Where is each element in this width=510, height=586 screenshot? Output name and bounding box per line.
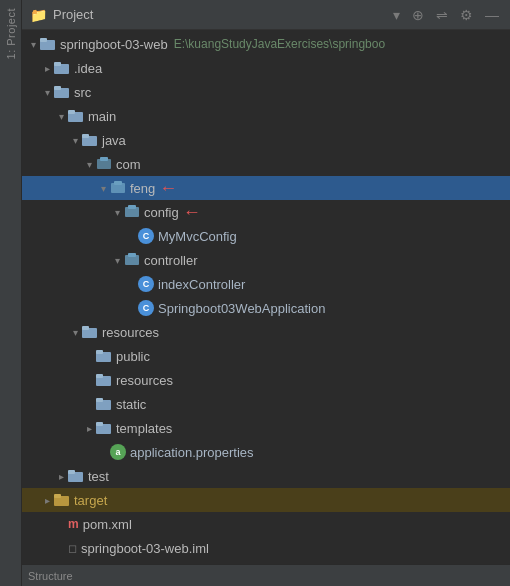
tree-item-application-properties[interactable]: a application.properties xyxy=(22,440,510,464)
tree-item-indexcontroller[interactable]: C indexController xyxy=(22,272,510,296)
folder-icon-idea xyxy=(54,61,70,75)
controller-label: controller xyxy=(144,253,197,268)
globe-icon[interactable]: ⊕ xyxy=(409,5,427,25)
tree-item-com[interactable]: com xyxy=(22,152,510,176)
tree-item-src[interactable]: src xyxy=(22,80,510,104)
svg-rect-17 xyxy=(128,253,136,257)
tree-item-pom[interactable]: m pom.xml xyxy=(22,512,510,536)
tree-item-app[interactable]: C Springboot03WebApplication xyxy=(22,296,510,320)
tree-item-config[interactable]: config ← xyxy=(22,200,510,224)
resources-dir-label: resources xyxy=(102,325,159,340)
svg-rect-5 xyxy=(54,86,61,90)
class-icon-mymvcconfig: C xyxy=(138,228,154,244)
bottom-strip: Structure xyxy=(22,564,510,586)
templates-label: templates xyxy=(116,421,172,436)
tree-item-root[interactable]: springboot-03-web E:\kuangStudyJavaExerc… xyxy=(22,32,510,56)
arrow-java xyxy=(68,133,82,147)
com-label: com xyxy=(116,157,141,172)
svg-rect-25 xyxy=(96,398,103,402)
arrow-iml xyxy=(54,541,68,555)
maven-icon-pom: m xyxy=(68,517,79,531)
main-panel: 📁 Project ▾ ⊕ ⇌ ⚙ — springboot-03-web E:… xyxy=(22,0,510,586)
arrow-idea xyxy=(40,61,54,75)
tree-item-iml[interactable]: ◻ springboot-03-web.iml xyxy=(22,536,510,560)
props-icon: a xyxy=(110,444,126,460)
gear-icon[interactable]: ⚙ xyxy=(457,5,476,25)
svg-rect-23 xyxy=(96,374,103,378)
tree-item-java[interactable]: java xyxy=(22,128,510,152)
arrow-static xyxy=(82,397,96,411)
pom-label: pom.xml xyxy=(83,517,132,532)
main-label: main xyxy=(88,109,116,124)
arrow-target xyxy=(40,493,54,507)
tree-item-mymvcconfig[interactable]: C MyMvcConfig xyxy=(22,224,510,248)
resources-inner-label: resources xyxy=(116,373,173,388)
application-properties-label: application.properties xyxy=(130,445,254,460)
idea-label: .idea xyxy=(74,61,102,76)
arrow-main xyxy=(54,109,68,123)
arrow-indexcontroller xyxy=(124,277,138,291)
tree-item-static[interactable]: static xyxy=(22,392,510,416)
project-tree[interactable]: springboot-03-web E:\kuangStudyJavaExerc… xyxy=(22,30,510,564)
svg-rect-27 xyxy=(96,422,103,426)
folder-icon-resources-dir xyxy=(82,325,98,339)
split-icon[interactable]: ⇌ xyxy=(433,5,451,25)
target-label: target xyxy=(74,493,107,508)
tree-item-main[interactable]: main xyxy=(22,104,510,128)
package-icon-controller xyxy=(124,253,140,267)
arrow-resources-inner xyxy=(82,373,96,387)
tree-item-feng[interactable]: feng ← xyxy=(22,176,510,200)
arrow-public xyxy=(82,349,96,363)
class-icon-indexcontroller: C xyxy=(138,276,154,292)
iml-label: springboot-03-web.iml xyxy=(81,541,209,556)
svg-rect-3 xyxy=(54,62,61,66)
svg-rect-9 xyxy=(82,134,89,138)
arrow-mymvcconfig xyxy=(124,229,138,243)
arrow-app xyxy=(124,301,138,315)
arrow-config xyxy=(110,205,124,219)
folder-icon-java xyxy=(82,133,98,147)
class-icon-app: C xyxy=(138,300,154,316)
folder-icon-src xyxy=(54,85,70,99)
tree-item-target[interactable]: target xyxy=(22,488,510,512)
iml-icon: ◻ xyxy=(68,542,77,555)
project-tab[interactable]: 1: Project xyxy=(2,0,20,67)
public-label: public xyxy=(116,349,150,364)
tree-item-idea[interactable]: .idea xyxy=(22,56,510,80)
svg-rect-29 xyxy=(68,470,75,474)
arrow-src xyxy=(40,85,54,99)
tree-item-controller[interactable]: controller xyxy=(22,248,510,272)
folder-icon-static xyxy=(96,397,112,411)
svg-rect-31 xyxy=(54,494,61,498)
src-label: src xyxy=(74,85,91,100)
svg-rect-11 xyxy=(100,157,108,161)
toolbar-title: Project xyxy=(53,7,384,22)
tree-item-resources-inner[interactable]: resources xyxy=(22,368,510,392)
svg-rect-13 xyxy=(114,181,122,185)
arrow-controller xyxy=(110,253,124,267)
structure-tab[interactable]: Structure xyxy=(28,570,73,582)
tree-item-resources-dir[interactable]: resources xyxy=(22,320,510,344)
red-arrow-config: ← xyxy=(183,202,201,223)
arrow-pom xyxy=(54,517,68,531)
config-label: config xyxy=(144,205,179,220)
folder-icon-main xyxy=(68,109,84,123)
dropdown-arrow-toolbar[interactable]: ▾ xyxy=(390,5,403,25)
tree-item-templates[interactable]: templates xyxy=(22,416,510,440)
toolbar: 📁 Project ▾ ⊕ ⇌ ⚙ — xyxy=(22,0,510,30)
arrow-com xyxy=(82,157,96,171)
arrow-resources-dir xyxy=(68,325,82,339)
red-arrow-feng: ← xyxy=(159,178,177,199)
minus-icon[interactable]: — xyxy=(482,5,502,25)
indexcontroller-label: indexController xyxy=(158,277,245,292)
folder-icon-test xyxy=(68,469,84,483)
tree-item-test[interactable]: test xyxy=(22,464,510,488)
tree-item-public[interactable]: public xyxy=(22,344,510,368)
arrow-test xyxy=(54,469,68,483)
arrow-templates xyxy=(82,421,96,435)
folder-icon-toolbar: 📁 xyxy=(30,7,47,23)
package-icon-feng xyxy=(110,181,126,195)
folder-icon-public xyxy=(96,349,112,363)
static-label: static xyxy=(116,397,146,412)
mymvcconfig-label: MyMvcConfig xyxy=(158,229,237,244)
